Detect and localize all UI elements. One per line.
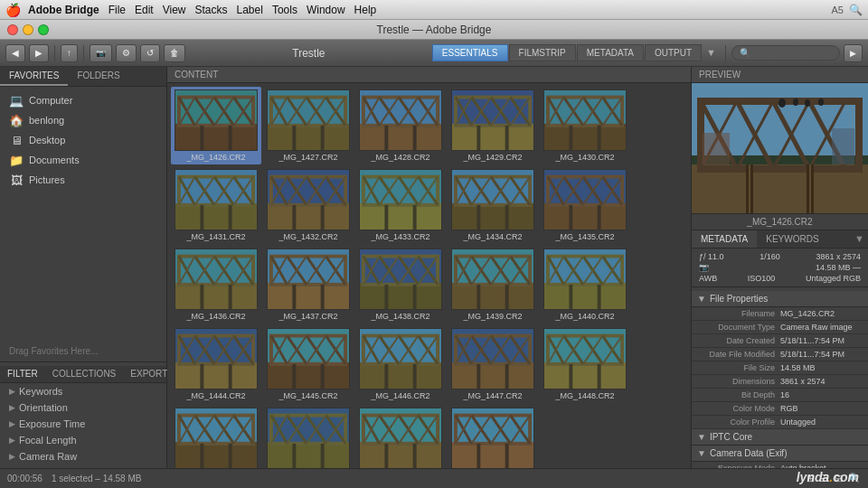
camera-data-header[interactable]: ▼ Camera Data (Exif) (692, 446, 868, 462)
tools-button[interactable]: ⚙ (116, 44, 137, 62)
fav-item-documents[interactable]: 📁 Documents (0, 150, 166, 170)
thumbnail-image (543, 169, 627, 230)
thumbnail-image (359, 89, 442, 151)
thumbnail-image (359, 249, 442, 310)
tab-metadata[interactable]: METADATA (577, 44, 644, 61)
app-name[interactable]: Adobe Bridge (28, 4, 99, 16)
svg-rect-206 (200, 364, 203, 389)
filter-item-camera-raw[interactable]: ▶ Camera Raw (0, 448, 166, 465)
thumbnail-item[interactable]: _MG_1427.CR2 (263, 87, 354, 164)
filter-item-focal[interactable]: ▶ Focal Length (0, 432, 166, 448)
status-info: 1 selected – 14.58 MB (52, 474, 142, 483)
tab-collections[interactable]: COLLECTIONS (45, 366, 124, 382)
thumbnail-item[interactable]: _MG_1437.CR2 (263, 246, 354, 324)
svg-rect-219 (292, 364, 296, 389)
fav-item-desktop[interactable]: 🖥 Desktop (0, 130, 166, 150)
thumbnail-item[interactable]: _MG_1444.CR2 (171, 325, 261, 403)
tab-essentials[interactable]: ESSENTIALS (432, 44, 508, 61)
svg-rect-258 (569, 364, 572, 389)
thumbnail-item[interactable]: _MG_1448.CR2 (540, 325, 630, 403)
thumbnail-label: _MG_1437.CR2 (266, 312, 351, 321)
file-properties-header[interactable]: ▼ File Properties (692, 291, 868, 307)
menu-item-edit[interactable]: Edit (135, 4, 154, 16)
thumbnail-item[interactable]: _MG_1430.CR2 (540, 87, 630, 164)
view-tabs-arrow[interactable]: ▼ (703, 44, 720, 61)
tab-filter[interactable]: FILTER (0, 366, 45, 382)
thumbnail-item[interactable]: _MG_1450.CR2 (263, 405, 354, 468)
thumbnail-item[interactable]: _MG_1431.CR2 (171, 166, 261, 244)
search-input[interactable] (731, 45, 840, 61)
svg-rect-297 (384, 444, 388, 468)
toolbar-separator-3 (725, 45, 726, 61)
search-refine-button[interactable]: ▶ (844, 44, 863, 62)
back-button[interactable]: ◀ (5, 44, 25, 62)
thumbnail-item[interactable]: _MG_1433.CR2 (355, 166, 446, 244)
up-button[interactable]: ↑ (61, 44, 78, 62)
fav-label-benlong: benlong (29, 115, 64, 126)
maximize-button[interactable] (38, 24, 49, 35)
menu-item-label[interactable]: Label (237, 4, 263, 16)
meta-panel-arrow[interactable]: ▼ (851, 230, 868, 248)
menu-item-help[interactable]: Help (354, 4, 377, 16)
thumbnail-item[interactable]: _MG_1426.CR2 (171, 87, 261, 164)
fav-item-benlong[interactable]: 🏠 benlong (0, 110, 166, 130)
iptc-core-header[interactable]: ▼ IPTC Core (692, 429, 868, 446)
apple-menu[interactable]: 🍎 (5, 3, 21, 17)
file-property-row: Document TypeCamera Raw image (692, 321, 868, 334)
thumbnail-item[interactable]: _MG_1445.CR2 (263, 325, 354, 403)
thumbnail-item[interactable]: _MG_1451.CR2 (355, 405, 446, 468)
svg-rect-287 (360, 442, 441, 468)
dimensions-value: 3861 x 2574 (816, 252, 861, 261)
thumbnail-item[interactable]: _MG_1428.CR2 (355, 87, 446, 164)
thumbnail-item[interactable]: _MG_1439.CR2 (448, 246, 538, 324)
menu-item-stacks[interactable]: Stacks (195, 4, 228, 16)
search-icon[interactable]: 🔍 (849, 4, 863, 16)
fav-item-pictures[interactable]: 🖼 Pictures (0, 170, 166, 190)
filter-label-orientation: Orientation (19, 402, 68, 413)
thumbnail-item[interactable]: _MG_1449.CR2 (171, 405, 261, 468)
thumbnail-item[interactable]: _MG_1435.CR2 (540, 166, 630, 244)
meta-row-value: Untagged (780, 418, 861, 427)
tab-keywords-panel[interactable]: KEYWORDS (757, 230, 827, 248)
close-button[interactable] (7, 24, 18, 35)
svg-rect-27 (360, 124, 441, 150)
filter-item-orientation[interactable]: ▶ Orientation (0, 399, 166, 416)
minimize-button[interactable] (23, 24, 33, 35)
file-property-row: Dimensions3861 x 2574 (692, 375, 868, 389)
tab-favorites[interactable]: FAVORITES (0, 67, 68, 86)
svg-rect-155 (321, 285, 325, 309)
menu-item-tools[interactable]: Tools (272, 4, 297, 16)
fav-item-computer[interactable]: 💻 Computer (0, 90, 166, 110)
thumbnail-item[interactable]: _MG_1447.CR2 (448, 325, 538, 403)
filter-item-exposure[interactable]: ▶ Exposure Time (0, 416, 166, 432)
drag-favorites-hint: Drag Favorites Here... (0, 341, 166, 361)
svg-rect-50 (476, 126, 480, 150)
thumbnail-item[interactable]: _MG_1440.CR2 (540, 246, 630, 324)
thumbnail-item[interactable]: _MG_1452.CR2 (448, 405, 538, 468)
meta-row-label: Date File Modified (699, 350, 780, 359)
svg-rect-90 (321, 205, 325, 230)
tab-folders[interactable]: FOLDERS (68, 67, 128, 86)
filter-item-keywords[interactable]: ▶ Keywords (0, 383, 166, 399)
thumbnail-item[interactable]: _MG_1432.CR2 (263, 166, 354, 244)
menu-item-view[interactable]: View (163, 4, 186, 16)
thumbnail-item[interactable]: _MG_1434.CR2 (448, 166, 538, 244)
svg-rect-329 (832, 128, 854, 164)
meta-row-value: 3861 x 2574 (780, 377, 861, 386)
delete-button[interactable]: 🗑 (164, 44, 185, 62)
toolbar-separator (54, 45, 55, 61)
thumbnail-item[interactable]: _MG_1436.CR2 (171, 246, 261, 324)
thumbnail-item[interactable]: _MG_1429.CR2 (448, 87, 538, 164)
menu-item-window[interactable]: Window (307, 4, 345, 16)
computer-icon: 💻 (9, 93, 24, 108)
svg-rect-220 (321, 364, 325, 389)
thumbnail-item[interactable]: _MG_1438.CR2 (355, 246, 446, 324)
menu-item-file[interactable]: File (108, 4, 126, 16)
forward-button[interactable]: ▶ (29, 44, 49, 62)
rotate-button[interactable]: ↺ (140, 44, 160, 62)
tab-output[interactable]: OUTPUT (645, 44, 702, 61)
tab-filmstrip[interactable]: FILMSTRIP (509, 44, 576, 61)
open-in-camera-raw[interactable]: 📷 (90, 44, 112, 62)
thumbnail-item[interactable]: _MG_1446.CR2 (355, 325, 446, 403)
tab-metadata-panel[interactable]: METADATA (692, 230, 757, 248)
